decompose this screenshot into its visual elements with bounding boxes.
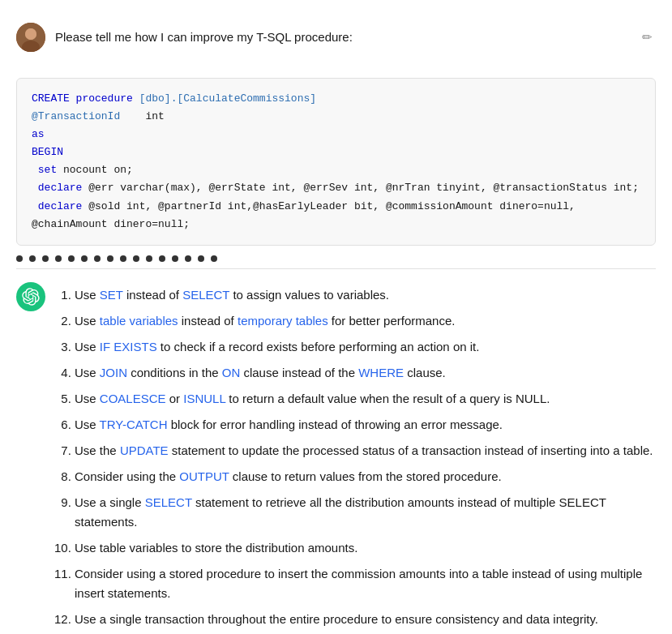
list-item: Use JOIN conditions in the ON clause ins… — [75, 363, 656, 383]
list-item: Use a single SELECT statement to retriev… — [75, 493, 656, 532]
code-block: CREATE procedure [dbo].[CalculateCommiss… — [16, 78, 656, 246]
dot — [42, 255, 49, 262]
dot — [120, 255, 126, 262]
list-item: Consider using the OUTPUT clause to retu… — [75, 467, 656, 486]
edit-icon[interactable]: ✏ — [639, 23, 656, 50]
user-message-text: Please tell me how I can improve my T-SQ… — [55, 23, 629, 47]
dot — [81, 255, 88, 262]
user-avatar — [16, 23, 45, 52]
list-item: Use a single transaction throughout the … — [75, 610, 656, 629]
divider — [16, 268, 656, 269]
dots-row — [16, 249, 656, 265]
dot — [107, 255, 113, 262]
suggestions-list: Use SET instead of SELECT to assign valu… — [55, 285, 656, 629]
dot — [211, 255, 217, 262]
svg-point-3 — [25, 28, 36, 40]
list-item: Use the UPDATE statement to update the p… — [75, 441, 656, 461]
dot — [55, 255, 62, 262]
dot — [146, 255, 152, 262]
user-message: Please tell me how I can improve my T-SQ… — [16, 13, 656, 62]
dot — [133, 255, 139, 262]
ai-message: Use SET instead of SELECT to assign valu… — [16, 282, 656, 634]
list-item: Use TRY-CATCH block for error handling i… — [75, 415, 656, 435]
list-item: Use SET instead of SELECT to assign valu… — [75, 285, 656, 305]
ai-response: Use SET instead of SELECT to assign valu… — [55, 282, 656, 634]
list-item: Use table variables instead of temporary… — [75, 311, 656, 331]
list-item: Use COALESCE or ISNULL to return a defau… — [75, 389, 656, 409]
dot — [94, 255, 101, 262]
dot — [29, 255, 36, 262]
dot — [159, 255, 165, 262]
list-item: Consider using a stored procedure to ins… — [75, 564, 656, 603]
dot — [16, 255, 23, 262]
dot — [198, 255, 204, 262]
ai-avatar — [16, 282, 45, 311]
dot — [172, 255, 178, 262]
list-item: Use IF EXISTS to check if a record exist… — [75, 337, 656, 357]
dot — [68, 255, 75, 262]
list-item: Use table variables to store the distrib… — [75, 538, 656, 558]
dot — [185, 255, 191, 262]
